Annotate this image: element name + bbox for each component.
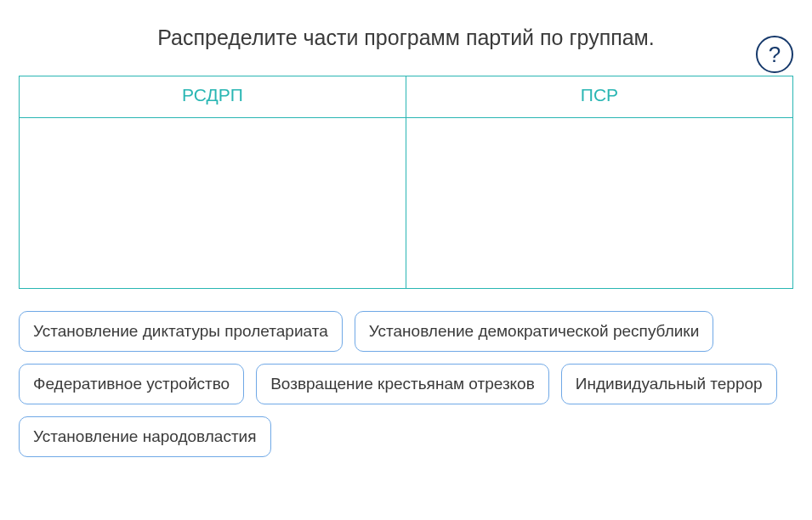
- draggable-item[interactable]: Федеративное устройство: [19, 364, 244, 404]
- draggable-items-area: Установление диктатуры пролетариата Уста…: [19, 311, 793, 457]
- draggable-item[interactable]: Возвращение крестьянам отрезков: [256, 364, 549, 404]
- dropzone-psr[interactable]: [406, 118, 792, 288]
- question-mark-icon: ?: [769, 43, 781, 65]
- draggable-item[interactable]: Индивидуальный террор: [561, 364, 777, 404]
- draggable-item[interactable]: Установление диктатуры пролетариата: [19, 311, 343, 352]
- draggable-item[interactable]: Установление народовластия: [19, 416, 271, 457]
- groups-dropzone-row: [20, 118, 792, 288]
- exercise-container: Распределите части программ партий по гр…: [0, 0, 812, 474]
- help-button[interactable]: ?: [756, 36, 793, 73]
- draggable-item[interactable]: Установление демократической республики: [355, 311, 714, 352]
- groups-table: РСДРП ПСР: [19, 76, 793, 289]
- header-row: Распределите части программ партий по гр…: [19, 25, 793, 50]
- exercise-title: Распределите части программ партий по гр…: [19, 25, 793, 50]
- groups-header-row: РСДРП ПСР: [20, 76, 792, 118]
- group-header-psr: ПСР: [406, 76, 792, 118]
- group-header-rsdrp: РСДРП: [20, 76, 406, 118]
- dropzone-rsdrp[interactable]: [20, 118, 406, 288]
